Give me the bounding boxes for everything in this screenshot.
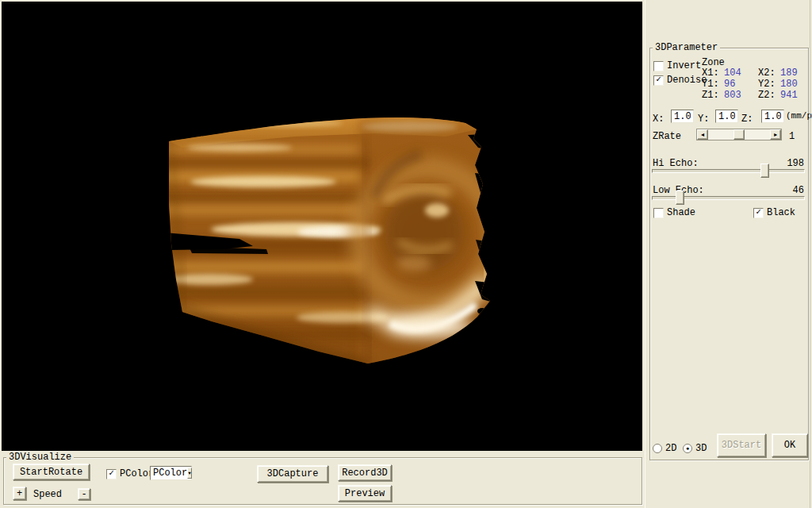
denoise-checkbox-box[interactable]: ✓ — [653, 75, 664, 86]
zone-title: Zone — [702, 57, 725, 68]
scale-y-label: Y: — [698, 114, 709, 125]
check-icon: ✓ — [109, 469, 114, 478]
parameter-group-title: 3DParameter — [653, 42, 720, 53]
volume-render-3d — [2, 2, 642, 451]
invert-checkbox[interactable]: Invert — [653, 60, 701, 71]
zone-z1-label: Z1: — [702, 90, 719, 101]
mode-3d-radio[interactable]: ● 3D — [683, 443, 707, 454]
black-checkbox[interactable]: ✓ Black — [753, 207, 795, 218]
visualize-group: 3DVisualize StartRotate ✓ PColor PColor … — [3, 457, 642, 505]
mode-2d-radio-circle[interactable] — [653, 444, 662, 453]
hi-echo-slider-track[interactable] — [652, 169, 805, 173]
ok-button[interactable]: OK — [772, 433, 808, 457]
zrate-scrollbar[interactable]: ◄ ► — [696, 129, 782, 140]
scroll-left-icon: ◄ — [701, 132, 704, 138]
zrate-scroll-thumb[interactable] — [733, 129, 745, 140]
scroll-right-icon: ► — [774, 132, 777, 138]
pcolor-checkbox-box[interactable]: ✓ — [106, 469, 117, 479]
hi-echo-value: 198 — [787, 158, 804, 169]
visualize-panel: 3DVisualize StartRotate ✓ PColor PColor … — [0, 451, 645, 508]
zone-x1-value: 104 — [724, 67, 741, 79]
hi-echo-slider-thumb[interactable] — [760, 164, 769, 178]
scale-x-label: X: — [653, 114, 664, 125]
window-right-edge — [810, 0, 810, 508]
zone-x2-value: 189 — [780, 67, 798, 79]
invert-checkbox-label: Invert — [667, 60, 701, 71]
speed-plus-button[interactable]: + — [13, 487, 26, 500]
capture-3d-button[interactable]: 3DCapture — [257, 465, 328, 483]
record-3d-button[interactable]: Record3D — [338, 464, 392, 481]
scale-x-input[interactable] — [671, 110, 694, 123]
scale-unit-label: (mm/p) — [786, 111, 812, 121]
check-icon: ✓ — [756, 208, 761, 217]
app-window: 3DParameter Invert ✓ Denoise Zone X1: 10… — [0, 0, 812, 508]
parameter-panel: 3DParameter Invert ✓ Denoise Zone X1: 10… — [645, 0, 812, 508]
mode-2d-radio-label: 2D — [665, 443, 676, 454]
zone-x2-label: X2: — [758, 67, 776, 79]
radio-dot-icon: ● — [686, 446, 689, 452]
pcolor-dropdown[interactable]: PColor ▼ — [150, 466, 192, 480]
denoise-checkbox-label: Denoise — [667, 75, 707, 86]
mode-2d-radio[interactable]: 2D — [653, 443, 676, 454]
visualize-group-title: 3DVisualize — [6, 452, 74, 463]
pcolor-checkbox[interactable]: ✓ PColor — [106, 468, 154, 479]
zone-y2-value: 180 — [780, 79, 798, 90]
zone-z1-value: 803 — [724, 90, 741, 101]
shade-checkbox[interactable]: Shade — [653, 207, 695, 218]
zone-y1-label: Y1: — [702, 79, 719, 90]
zone-z2-label: Z2: — [758, 90, 776, 101]
pcolor-dropdown-button[interactable]: ▼ — [187, 468, 192, 479]
shade-checkbox-label: Shade — [667, 207, 695, 218]
pcolor-checkbox-label: PColor — [120, 468, 154, 479]
zone-z2-value: 941 — [780, 90, 798, 101]
mode-3d-radio-circle[interactable]: ● — [683, 444, 692, 453]
check-icon: ✓ — [656, 75, 661, 84]
zrate-scroll-right-button[interactable]: ► — [770, 129, 781, 140]
denoise-checkbox[interactable]: ✓ Denoise — [653, 75, 707, 86]
low-echo-slider-thumb[interactable] — [676, 190, 684, 205]
scale-z-label: Z: — [741, 114, 753, 125]
speed-minus-button[interactable]: - — [78, 488, 90, 500]
black-checkbox-box[interactable]: ✓ — [753, 208, 764, 218]
start3d-button[interactable]: 3DStart — [717, 433, 766, 457]
pcolor-dropdown-value: PColor — [151, 468, 187, 479]
zone-y2-label: Y2: — [758, 79, 776, 90]
dropdown-arrow-icon: ▼ — [188, 471, 191, 476]
render-canvas[interactable] — [2, 2, 642, 451]
low-echo-value: 46 — [793, 185, 804, 196]
start-rotate-button[interactable]: StartRotate — [13, 464, 90, 480]
speed-label: Speed — [33, 489, 62, 500]
invert-checkbox-box[interactable] — [653, 61, 664, 71]
scale-y-input[interactable] — [715, 110, 738, 123]
zrate-scroll-left-button[interactable]: ◄ — [697, 129, 708, 140]
preview-button[interactable]: Preview — [338, 485, 392, 502]
zrate-label: ZRate — [653, 131, 681, 142]
scale-z-input[interactable] — [761, 110, 784, 123]
parameter-group: 3DParameter Invert ✓ Denoise Zone X1: 10… — [649, 48, 809, 460]
hi-echo-label: Hi Echo: — [653, 158, 699, 169]
black-checkbox-label: Black — [767, 207, 795, 218]
shade-checkbox-box[interactable] — [653, 208, 664, 218]
mode-3d-radio-label: 3D — [695, 443, 707, 454]
zone-x1-label: X1: — [702, 67, 719, 79]
zrate-value: 1 — [789, 131, 795, 142]
low-echo-slider-track[interactable] — [652, 196, 805, 200]
zone-y1-value: 96 — [724, 79, 735, 90]
